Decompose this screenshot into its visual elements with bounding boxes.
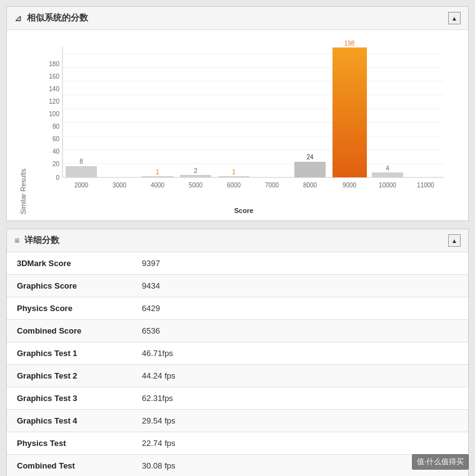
svg-text:198: 198 [344,40,355,47]
table-row: Physics Score6429 [7,297,468,320]
svg-text:10000: 10000 [379,182,396,189]
svg-text:100: 100 [49,111,59,117]
svg-text:120: 120 [49,98,59,105]
svg-text:20: 20 [52,161,60,167]
row-label: Physics Score [7,297,132,320]
svg-text:0: 0 [56,174,59,181]
svg-text:2000: 2000 [74,182,89,189]
y-axis-label: Similar Results [19,156,27,214]
row-label: Graphics Test 1 [7,342,132,365]
row-label: Graphics Test 2 [7,365,132,387]
row-value: 9434 [132,275,468,297]
row-label: Graphics Test 4 [7,410,132,432]
row-label: Graphics Score [7,275,132,297]
watermark: 值·什么值得买 [412,454,469,470]
scores-table: 3DMark Score9397Graphics Score9434Physic… [7,252,468,476]
details-header: ≡ 详细分数 ▲ [7,229,468,252]
svg-text:3000: 3000 [112,182,127,189]
row-label: Graphics Test 3 [7,387,132,410]
list-icon: ≡ [14,236,19,245]
table-row: Graphics Test 146.71fps [7,342,468,365]
row-value: 62.31fps [132,387,468,410]
similar-systems-title-text: 相似系统的分数 [27,12,88,24]
svg-text:24: 24 [306,154,314,161]
chart-icon: ⊿ [14,13,22,23]
row-label: Physics Test [7,432,132,455]
svg-rect-41 [332,47,367,177]
page-wrapper: ⊿ 相似系统的分数 ▲ Similar Results 0 [0,0,475,476]
table-row: 3DMark Score9397 [7,252,468,275]
table-row: Graphics Test 429.54 fps [7,410,468,432]
chart-container: Similar Results 0 20 40 60 [7,30,468,221]
row-value: 29.54 fps [132,410,468,432]
row-value: 6536 [132,320,468,342]
svg-rect-27 [142,176,173,177]
details-collapse-button[interactable]: ▲ [448,234,461,247]
svg-text:5000: 5000 [189,182,203,189]
bar-chart-svg: 0 20 40 60 80 100 120 [32,40,456,202]
svg-rect-33 [218,176,249,177]
table-row: Graphics Test 244.24 fps [7,365,468,387]
chart-main: 0 20 40 60 80 100 120 [32,40,456,214]
similar-systems-title: ⊿ 相似系统的分数 [14,12,88,24]
svg-text:140: 140 [49,86,59,92]
svg-text:180: 180 [49,61,59,67]
svg-text:2: 2 [194,167,198,174]
svg-text:4: 4 [386,165,389,172]
svg-text:8000: 8000 [303,182,318,189]
details-title: ≡ 详细分数 [14,235,59,246]
row-label: Combined Test [7,455,132,477]
details-section: ≡ 详细分数 ▲ 3DMark Score9397Graphics Score9… [6,229,469,476]
x-axis-label: Score [32,207,456,214]
table-row: Combined Score6536 [7,320,468,342]
svg-rect-22 [66,166,97,177]
svg-text:60: 60 [52,136,60,142]
similar-systems-header: ⊿ 相似系统的分数 ▲ [7,7,468,30]
table-row: Graphics Score9434 [7,275,468,297]
table-row: Graphics Test 362.31fps [7,387,468,410]
svg-text:6000: 6000 [227,182,241,189]
svg-text:1: 1 [156,169,159,176]
svg-text:40: 40 [52,148,60,155]
row-label: 3DMark Score [7,252,132,275]
details-title-text: 详细分数 [24,235,59,246]
row-value: 44.24 fps [132,365,468,387]
svg-rect-38 [294,162,326,177]
table-row: Combined Test30.08 fps [7,455,468,477]
svg-text:11000: 11000 [417,182,434,189]
svg-text:7000: 7000 [265,182,279,189]
svg-text:1: 1 [232,169,236,176]
svg-text:9000: 9000 [342,182,357,189]
row-value: 22.74 fps [132,432,468,455]
table-row: Physics Test22.74 fps [7,432,468,455]
row-value: 9397 [132,252,468,275]
similar-systems-section: ⊿ 相似系统的分数 ▲ Similar Results 0 [6,6,469,221]
svg-text:80: 80 [52,123,60,130]
svg-text:4000: 4000 [151,182,165,189]
svg-text:8: 8 [79,158,83,165]
similar-collapse-button[interactable]: ▲ [448,12,461,24]
svg-rect-30 [180,175,211,177]
row-value: 46.71fps [132,342,468,365]
row-value: 6429 [132,297,468,320]
svg-text:160: 160 [49,73,59,80]
chart-area: Similar Results 0 20 40 60 [19,40,456,214]
row-label: Combined Score [7,320,132,342]
svg-rect-44 [372,172,403,177]
